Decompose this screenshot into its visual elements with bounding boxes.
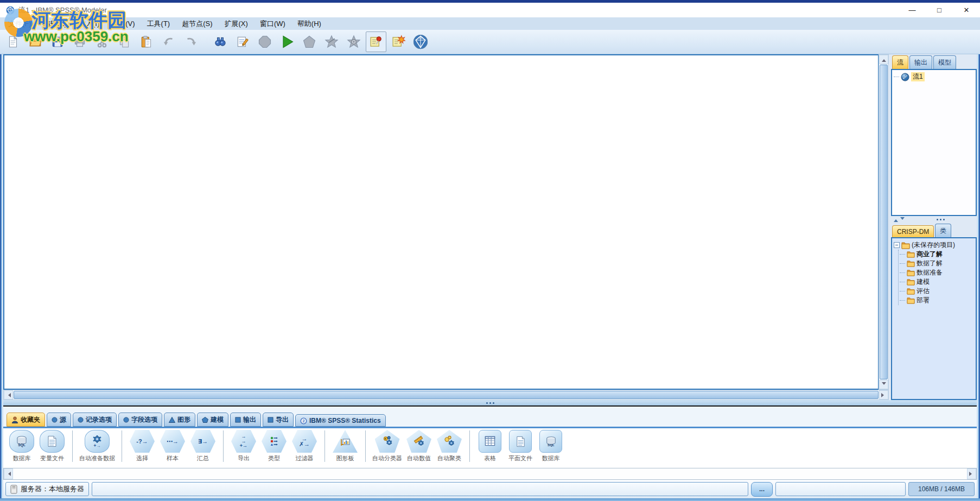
palette-splitter[interactable] <box>3 400 977 407</box>
cut-button[interactable] <box>92 31 112 52</box>
palette-node-aggregate[interactable]: ∃→ 汇总 <box>188 430 218 462</box>
tab-streams[interactable]: 流 <box>892 55 908 69</box>
tree-connector <box>894 77 899 77</box>
printer-icon <box>73 35 87 49</box>
palette-tab-record-ops[interactable]: 记录选项 <box>73 413 117 427</box>
palette-tab-graphs[interactable]: 图形 <box>164 413 195 427</box>
menu-file[interactable]: 文件(F) <box>2 18 37 30</box>
supernode-button[interactable] <box>321 31 342 52</box>
new-stream-button[interactable] <box>3 31 23 52</box>
palette-node-auto-cluster[interactable]: 自动聚类 <box>434 430 464 462</box>
search-button[interactable] <box>210 31 231 52</box>
palette-node-variable-file[interactable]: 变量文件 <box>37 430 67 462</box>
paste-button[interactable] <box>136 31 157 52</box>
palette-node-database[interactable]: SQL 数据库 <box>7 430 37 462</box>
palette-tab-field-ops[interactable]: 字段选项 <box>118 413 162 427</box>
supernode-zoom-button[interactable] <box>343 31 364 52</box>
palette-tab-label: 图形 <box>177 415 190 424</box>
palette-node-type[interactable]: 类型 <box>259 430 289 462</box>
redo-button[interactable] <box>181 31 201 52</box>
new-comment-button[interactable] <box>388 31 409 52</box>
menu-insert[interactable]: 插入(I) <box>73 18 105 30</box>
auto-data-prep-icon: +→ <box>90 434 105 449</box>
folder-modeling[interactable]: 建模 <box>900 277 974 287</box>
stop-button[interactable] <box>254 31 275 52</box>
palette-tab-export[interactable]: 导出 <box>263 413 294 427</box>
scroll-right-button[interactable] <box>879 390 888 399</box>
palette-tab-output[interactable]: 输出 <box>230 413 261 427</box>
auto-numeric-node-icon <box>412 434 426 448</box>
menu-supernode[interactable]: 超节点(S) <box>176 18 218 30</box>
menu-tools[interactable]: 工具(T) <box>141 18 176 30</box>
palette-tab-statistics[interactable]: 2IBM® SPSS® Statistics <box>295 414 386 427</box>
stream-tree-item[interactable]: 流1 <box>894 72 974 81</box>
folder-label: 商业了解 <box>917 250 943 259</box>
palette-node-derive[interactable]: → → +→ 导出 <box>228 430 259 462</box>
tab-outputs[interactable]: 输出 <box>909 55 932 69</box>
project-panel: CRISP-DM 类 (未保存的项目) 商业了解 数据了解 数据准备 <box>891 223 977 400</box>
undo-button[interactable] <box>158 31 179 52</box>
palette-node-table[interactable]: 表格 <box>475 430 505 462</box>
project-tabs: CRISP-DM 类 <box>891 223 977 237</box>
splitter-grip-icon <box>937 219 945 220</box>
scroll-up-button[interactable] <box>879 55 888 64</box>
palette-scrollbar[interactable] <box>3 468 977 480</box>
folder-icon <box>907 251 915 258</box>
menu-extensions[interactable]: 扩展(X) <box>219 18 254 30</box>
palette-tab-modeling[interactable]: 建模 <box>197 413 228 427</box>
collapse-expander-icon[interactable] <box>894 242 900 248</box>
tab-crisp-dm[interactable]: CRISP-DM <box>892 225 934 237</box>
node-label: 图形板 <box>336 454 354 462</box>
stream-canvas[interactable] <box>3 54 879 390</box>
palette-node-flat-file[interactable]: 平面文件 <box>505 430 536 462</box>
palette-node-auto-numeric[interactable]: 自动数值 <box>404 430 434 462</box>
open-stream-button[interactable] <box>25 31 46 52</box>
tab-models[interactable]: 模型 <box>933 55 956 69</box>
palette-node-filter[interactable]: → ✗→ 过滤器 <box>289 430 320 462</box>
folder-data-preparation[interactable]: 数据准备 <box>900 268 974 277</box>
copy-button[interactable] <box>114 31 135 52</box>
stream-canvas-column <box>3 54 889 400</box>
palette-tab-sources[interactable]: 源 <box>47 413 71 427</box>
palette-node-auto-classifier[interactable]: 自动分类器 <box>371 430 404 462</box>
run-selection-button[interactable] <box>299 31 320 52</box>
palette-node-select[interactable]: -?→ 选择 <box>127 430 157 462</box>
palette-node-auto-data-prep[interactable]: +→ 自动准备数据 <box>78 430 117 462</box>
run-button[interactable] <box>277 31 297 52</box>
menu-window[interactable]: 窗口(W) <box>254 18 291 30</box>
palette-node-sample[interactable]: ⋯→ 样本 <box>157 430 188 462</box>
print-button[interactable] <box>69 31 90 52</box>
palette-node-database-export[interactable]: SQL 数据库 <box>536 430 566 462</box>
folder-icon <box>907 297 915 304</box>
menu-help[interactable]: 帮助(H) <box>291 18 327 30</box>
advantage-button[interactable] <box>410 31 431 52</box>
palette-scroll-left-button[interactable] <box>4 468 13 479</box>
menu-view[interactable]: 视图(V) <box>105 18 141 30</box>
undo-arrow-icon <box>162 35 176 49</box>
save-stream-button[interactable] <box>47 31 68 52</box>
scroll-left-button[interactable] <box>4 390 13 399</box>
scroll-down-button[interactable] <box>879 380 888 389</box>
folder-data-understanding[interactable]: 数据了解 <box>900 259 974 268</box>
right-panel-splitter[interactable] <box>891 216 977 223</box>
palette-tab-favorites[interactable]: 收藏夹 <box>7 413 45 427</box>
canvas-horizontal-scrollbar[interactable] <box>3 390 889 400</box>
canvas-vertical-scrollbar[interactable] <box>879 54 889 390</box>
maximize-button[interactable]: □ <box>926 3 953 17</box>
minimize-button[interactable]: — <box>899 3 926 17</box>
edit-annotations-button[interactable] <box>232 31 253 52</box>
tab-classes[interactable]: 类 <box>935 224 951 237</box>
folder-deployment[interactable]: 部署 <box>900 296 974 305</box>
close-button[interactable]: ✕ <box>953 3 980 17</box>
folder-evaluation[interactable]: 评估 <box>900 287 974 296</box>
project-root-row[interactable]: (未保存的项目) <box>894 240 974 250</box>
comments-toggle-button[interactable] <box>366 31 386 52</box>
menu-edit[interactable]: 编辑(E) <box>37 18 73 30</box>
palette-scroll-track[interactable] <box>13 468 967 479</box>
status-more-button[interactable]: ... <box>751 482 773 497</box>
vertical-scroll-thumb[interactable] <box>880 65 888 379</box>
palette-node-graphboard[interactable]: 图形板 <box>330 430 360 462</box>
folder-business-understanding[interactable]: 商业了解 <box>900 250 974 259</box>
palette-scroll-right-button[interactable] <box>967 468 976 479</box>
horizontal-scroll-thumb[interactable] <box>14 391 879 399</box>
